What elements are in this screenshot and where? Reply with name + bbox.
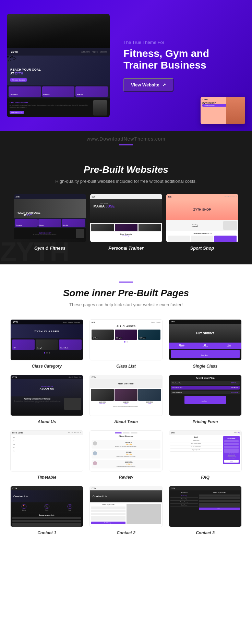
prebuilt-card-trainer: MJT Your Trainer MARIA JOSE P	[90, 194, 162, 251]
mockup-philosophy-image	[93, 100, 107, 116]
hero-text-content: The True Theme For Fitness, Gym andTrain…	[110, 40, 238, 92]
gym-card-label: Gym & Fitness	[14, 246, 86, 251]
about-team-label: About Team	[89, 419, 163, 424]
mockup-classes-card: Classes	[42, 86, 75, 97]
contact3-thumb: ZYTH Main Form Membership Sponsorship Pe…	[169, 486, 242, 527]
hero-cta-label: View Website	[131, 82, 159, 87]
prebuilt-title: Pre-Built Websites	[10, 164, 242, 175]
watermark-text: www.DownloadNewThemes.com	[5, 136, 247, 142]
mockup-nav-link: Pages	[92, 51, 98, 53]
page-card-timetable: HIIT & Cardio Mon Tue Wed Thu Fri Mon HI…	[10, 430, 83, 480]
faq-label: FAQ	[169, 475, 242, 480]
page-card-about-team: ZYTH Meet the Team JAMES CHEN Head Coach	[89, 375, 163, 424]
pricing-thumb: Select Your Plan One Year Plan $270/ Yea…	[169, 375, 242, 416]
class-category-label: Class Category	[10, 364, 83, 369]
inner-pages-subtitle: These pages can help kick start your web…	[10, 302, 242, 307]
mockup-choose-btn: Choose Classes	[10, 78, 27, 82]
inner-pages-title: Some inner Pre-Built Pages	[10, 288, 242, 299]
page-card-about-us: ZYTH About Us Classes Join The Best Team…	[10, 375, 83, 424]
about-team-thumb: ZYTH Meet the Team JAMES CHEN Head Coach	[89, 375, 163, 416]
mockup-join-card: Join Us!	[75, 86, 108, 97]
contact1-label: Contact 1	[10, 530, 83, 535]
contact3-label: Contact 3	[169, 530, 242, 535]
class-list-thumb: MJT Classes Timetable ALL CLASSES MJT Ru…	[89, 319, 163, 360]
page-card-class-list: MJT Classes Timetable ALL CLASSES MJT Ru…	[89, 319, 163, 369]
mockup-philosophy-body: As committed to our philosophy and missi…	[10, 104, 92, 108]
about-team-hero-title: Meet the Team	[118, 382, 134, 385]
class-list-label: Class List	[89, 364, 163, 369]
single-class-thumb: ZYTH HIIT SPRINT 60 min Duration 25 Max …	[169, 319, 242, 360]
trainer-thumbnail: MJT Your Trainer MARIA JOSE P	[90, 194, 162, 242]
shop-thumbnail: Zyth Shop Accessories ▾ ZYTH SHOP Trendi…	[166, 194, 238, 242]
inner-pages-grid: ZYTH About Classes Timetable ZYTH CLASSE…	[10, 319, 242, 535]
hero-title: Fitness, Gym andTrainer Business	[123, 48, 238, 71]
page-card-faq: ZYTH Home FAQ FAQ How do I join? What cl…	[169, 430, 242, 480]
mockup-philosophy-title: OUR PHILOSOPHY	[10, 102, 92, 104]
prebuilt-card-gym: ZYTH REACH YOUR GOALAT ZYTH Timetable Cl…	[14, 194, 86, 251]
hero-section: ZYTH About Us Pages Classes ');"> REACH …	[0, 0, 252, 131]
hero-cta-arrow: ↗	[162, 82, 166, 87]
about-us-label: About Us	[10, 419, 83, 424]
mockup-hero-zyth: ZYTH	[15, 72, 23, 75]
contact1-thumb: ZYTH Contact Us 📍 Address 📞 Phone	[10, 486, 83, 527]
trainer-card-label: Personal Trainer	[90, 246, 162, 251]
shop-card-label: Sport Shop	[166, 246, 238, 251]
gym-thumbnail: ZYTH REACH YOUR GOALAT ZYTH Timetable Cl…	[14, 194, 86, 242]
mockup-nav-link: Classes	[100, 51, 107, 53]
mockup-about-btn: READ ABOUT US	[10, 111, 24, 114]
page-card-contact2: ZYTH Contact Us Leave us your info Send …	[89, 486, 163, 535]
review-label: Review	[89, 475, 163, 480]
single-class-label: Single Class	[169, 364, 242, 369]
pricing-form-title: Select Your Plan	[171, 377, 240, 379]
page-card-class-category: ZYTH About Classes Timetable ZYTH CLASSE…	[10, 319, 83, 369]
page-card-review: Client Reviews LAURA G. ★★★★★ Amazing gy…	[89, 430, 163, 480]
pricing-label: Pricing Form	[169, 419, 242, 424]
inner-pages-section: Some inner Pre-Built Pages These pages c…	[0, 264, 252, 552]
page-card-single-class: ZYTH HIIT SPRINT 60 min Duration 25 Max …	[169, 319, 242, 369]
page-card-contact3: ZYTH Main Form Membership Sponsorship Pe…	[169, 486, 242, 535]
watermark-section: www.DownloadNewThemes.com	[0, 131, 252, 151]
class-category-title: ZYTH CLASSES	[34, 330, 59, 333]
hero-subtitle: The True Theme For	[123, 40, 238, 45]
shop-logo: ZYTH	[202, 98, 208, 100]
class-category-thumb: ZYTH About Classes Timetable ZYTH CLASSE…	[10, 319, 83, 360]
review-thumb: Client Reviews LAURA G. ★★★★★ Amazing gy…	[89, 430, 163, 472]
faq-thumb: ZYTH Home FAQ FAQ How do I join? What cl…	[169, 430, 242, 472]
timetable-label: Timetable	[10, 475, 83, 480]
class-list-title: ALL CLASSES	[92, 325, 160, 328]
timetable-thumb: HIIT & Cardio Mon Tue Wed Thu Fri Mon HI…	[10, 430, 83, 472]
shop-mockup-preview: ZYTH ZYTH SHOP Shop Accessories	[201, 97, 245, 124]
contact2-label: Contact 2	[89, 530, 163, 535]
prebuilt-grid: ZYTH REACH YOUR GOALAT ZYTH Timetable Cl…	[10, 194, 242, 251]
prebuilt-card-shop: Zyth Shop Accessories ▾ ZYTH SHOP Trendi…	[166, 194, 238, 251]
prebuilt-section: ZYTH Pre-Built Websites High-quality pre…	[0, 151, 252, 264]
contact2-thumb: ZYTH Contact Us Leave us your info Send …	[89, 486, 163, 527]
mockup-logo: ZYTH	[11, 50, 18, 53]
about-us-hero-title: ABOUT US	[13, 387, 80, 390]
mockup-nav-link: About Us	[81, 51, 90, 53]
about-us-thumb: ZYTH About Us Classes Join The Best Team…	[10, 375, 83, 416]
view-website-button[interactable]: View Website ↗	[123, 78, 173, 92]
mockup-hero-text: REACH YOUR GOALAT ZYTH	[10, 68, 41, 76]
prebuilt-subtitle: High-quality pre-built websites included…	[10, 179, 242, 184]
page-card-contact1: ZYTH Contact Us 📍 Address 📞 Phone	[10, 486, 83, 535]
page-card-pricing: Select Your Plan One Year Plan $270/ Yea…	[169, 375, 242, 424]
gym-mockup-preview: ZYTH About Us Pages Classes ');"> REACH …	[7, 14, 110, 117]
watermark-accent	[119, 144, 133, 145]
single-class-name: HIIT SPRINT	[196, 332, 214, 335]
accent-divider	[119, 282, 133, 283]
mockup-timetable-card: Timetable	[9, 86, 41, 97]
